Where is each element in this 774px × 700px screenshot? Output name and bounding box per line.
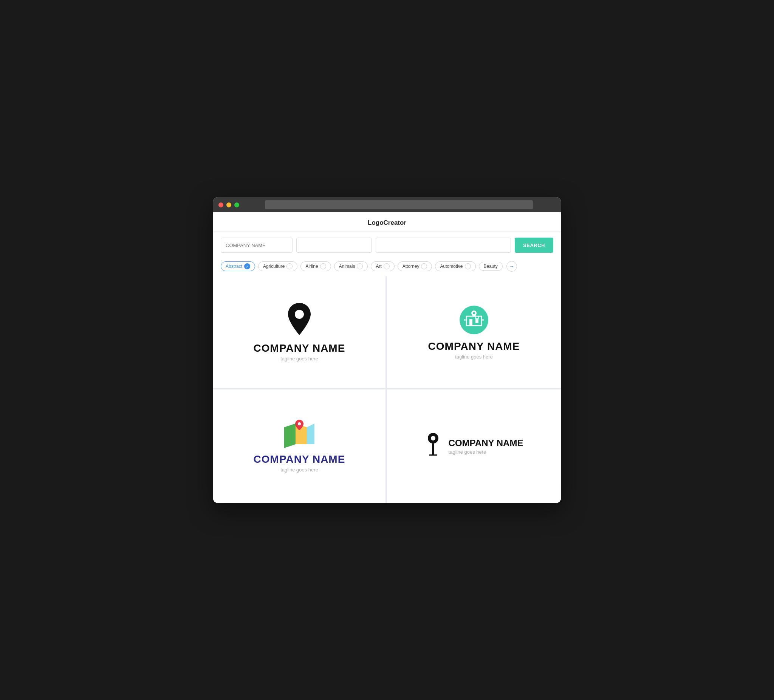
logo4-text-group: COMPANY NAME tagline goes here — [448, 438, 523, 455]
titlebar — [213, 197, 561, 212]
svg-point-8 — [482, 319, 484, 321]
category-beauty[interactable]: Beauty — [479, 262, 503, 271]
svg-rect-16 — [429, 454, 437, 456]
category-attorney[interactable]: Attorney — [398, 261, 432, 271]
app-content: LogoCreator tagline goes here SEARCH Abs… — [213, 212, 561, 503]
search-bar: tagline goes here SEARCH — [213, 231, 561, 259]
svg-rect-3 — [470, 319, 472, 326]
maximize-button[interactable] — [234, 203, 239, 207]
app-header: LogoCreator — [213, 212, 561, 231]
svg-point-1 — [460, 305, 488, 334]
company-name-input[interactable] — [221, 238, 293, 253]
logo-card-2[interactable]: COMPANY NAME tagline goes here — [387, 276, 561, 390]
animals-check-icon — [357, 263, 363, 269]
logo3-tagline: tagline goes here — [280, 467, 318, 472]
svg-point-0 — [295, 310, 304, 319]
svg-rect-4 — [475, 319, 478, 323]
logo-card-4[interactable]: COMPANY NAME tagline goes here — [387, 390, 561, 503]
url-bar[interactable] — [265, 200, 533, 209]
svg-point-6 — [473, 312, 475, 314]
logo2-tagline: tagline goes here — [455, 354, 493, 360]
category-art-label: Art — [375, 264, 381, 269]
tagline-input[interactable]: tagline goes here — [296, 238, 372, 253]
svg-marker-9 — [284, 423, 296, 448]
logo4-tagline: tagline goes here — [448, 449, 523, 455]
category-art[interactable]: Art — [371, 261, 394, 271]
logo-card-3[interactable]: COMPANY NAME tagline goes here — [213, 390, 387, 503]
svg-marker-11 — [307, 423, 314, 444]
logo3-icon — [282, 420, 316, 449]
svg-point-12 — [298, 423, 301, 425]
logo4-pin-icon — [425, 432, 442, 460]
svg-point-14 — [431, 436, 435, 441]
industry-input[interactable] — [375, 238, 511, 253]
app-title: LogoCreator — [368, 219, 406, 226]
logo1-tagline: tagline goes here — [280, 356, 318, 362]
category-airline[interactable]: Airline — [301, 261, 331, 271]
category-attorney-label: Attorney — [402, 264, 420, 269]
category-automotive[interactable]: Automotive — [435, 261, 475, 271]
category-next-button[interactable]: → — [506, 261, 517, 272]
agriculture-check-icon — [286, 263, 293, 269]
category-agriculture-label: Agriculture — [263, 264, 284, 269]
category-bar: Abstract ✓ Agriculture Airline Animals A… — [213, 259, 561, 276]
search-button[interactable]: SEARCH — [515, 238, 553, 253]
logo1-company-name: COMPANY NAME — [254, 342, 346, 354]
svg-point-7 — [464, 319, 466, 321]
category-animals[interactable]: Animals — [334, 261, 368, 271]
close-button[interactable] — [218, 203, 223, 207]
category-beauty-label: Beauty — [484, 264, 498, 269]
category-animals-label: Animals — [339, 264, 355, 269]
category-abstract[interactable]: Abstract ✓ — [221, 261, 255, 271]
logo4-wrapper: COMPANY NAME tagline goes here — [425, 432, 523, 460]
minimize-button[interactable] — [227, 203, 231, 207]
logo1-icon — [286, 303, 313, 338]
category-automotive-label: Automotive — [440, 264, 463, 269]
logo-grid: COMPANY NAME tagline goes here — [213, 276, 561, 503]
attorney-check-icon — [421, 263, 427, 269]
category-agriculture[interactable]: Agriculture — [258, 261, 298, 271]
mac-window: LogoCreator tagline goes here SEARCH Abs… — [213, 197, 561, 503]
airline-check-icon — [320, 263, 326, 269]
art-check-icon — [384, 263, 390, 269]
category-airline-label: Airline — [305, 264, 318, 269]
logo4-company-name: COMPANY NAME — [448, 438, 523, 448]
svg-rect-15 — [432, 444, 434, 455]
logo2-company-name: COMPANY NAME — [428, 340, 520, 352]
abstract-check-icon: ✓ — [244, 263, 250, 269]
category-abstract-label: Abstract — [226, 264, 242, 269]
logo2-icon — [459, 305, 489, 337]
automotive-check-icon — [465, 263, 471, 269]
logo-card-1[interactable]: COMPANY NAME tagline goes here — [213, 276, 387, 390]
logo3-company-name: COMPANY NAME — [254, 453, 346, 466]
